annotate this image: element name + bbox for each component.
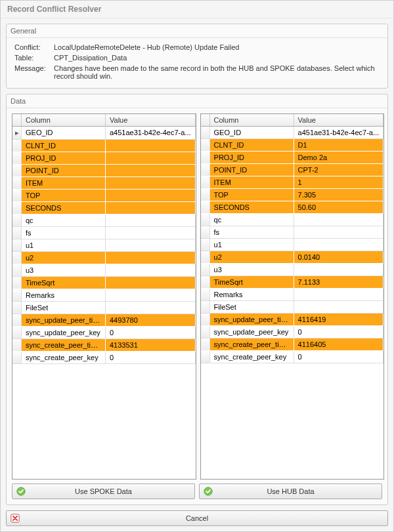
row-selector[interactable] xyxy=(201,338,210,350)
row-selector[interactable] xyxy=(12,352,22,363)
table-row[interactable]: TOP xyxy=(12,190,196,202)
row-selector[interactable] xyxy=(201,276,210,288)
hub-grid-header: Column Value xyxy=(201,114,384,127)
table-row[interactable]: ITEM xyxy=(12,177,196,190)
grids-container: Column Value ▸GEO_IDa451ae31-b42e-4ec7-a… xyxy=(12,113,382,480)
table-row[interactable]: SECONDS50.60 xyxy=(201,201,384,214)
row-selector[interactable] xyxy=(12,190,22,201)
hub-grid[interactable]: Column Value GEO_IDa451ae31-b42e-4ec7-a.… xyxy=(200,113,385,480)
use-hub-button[interactable]: Use HUB Data xyxy=(199,483,382,499)
row-selector[interactable] xyxy=(201,314,210,325)
row-selector[interactable] xyxy=(201,289,210,300)
table-row[interactable]: POINT_ID xyxy=(12,165,196,177)
row-selector[interactable] xyxy=(12,327,22,338)
row-selector[interactable] xyxy=(201,239,210,251)
table-row[interactable]: Remarks xyxy=(201,289,384,301)
table-row[interactable]: sync_create_peer_time...4133531 xyxy=(12,339,196,352)
row-selector[interactable] xyxy=(12,289,22,301)
row-selector[interactable] xyxy=(12,239,22,251)
row-selector[interactable] xyxy=(12,252,22,264)
table-row[interactable]: TimeSqrt xyxy=(12,277,196,289)
table-row[interactable]: TimeSqrt7.1133 xyxy=(201,276,384,289)
table-row[interactable]: PROJ_ID xyxy=(12,152,196,165)
table-row[interactable]: FileSet xyxy=(12,302,196,314)
table-row[interactable]: fs xyxy=(12,227,196,239)
table-row[interactable]: sync_create_peer_time...4116405 xyxy=(201,338,384,351)
table-row[interactable]: sync_update_peer_key0 xyxy=(201,326,384,338)
row-selector[interactable] xyxy=(201,251,210,263)
row-selector[interactable] xyxy=(12,314,22,326)
message-value: Changes have been made to the same recor… xyxy=(54,64,382,80)
table-row[interactable]: sync_create_peer_key0 xyxy=(201,351,384,363)
row-selector[interactable] xyxy=(201,189,210,201)
table-row[interactable]: u1 xyxy=(12,239,196,252)
table-row[interactable]: sync_create_peer_key0 xyxy=(12,352,196,364)
row-selector[interactable] xyxy=(201,164,210,176)
row-selector[interactable]: ▸ xyxy=(12,127,22,139)
row-selector[interactable] xyxy=(12,264,22,276)
row-selector[interactable] xyxy=(201,176,210,188)
table-row[interactable]: fs xyxy=(201,226,384,239)
column-cell: CLNT_ID xyxy=(210,139,294,151)
table-row[interactable]: sync_update_peer_key0 xyxy=(12,327,196,339)
table-row[interactable]: sync_update_peer_tim...4116419 xyxy=(201,314,384,326)
value-header[interactable]: Value xyxy=(294,114,384,126)
spoke-grid[interactable]: Column Value ▸GEO_IDa451ae31-b42e-4ec7-a… xyxy=(12,113,196,480)
value-header[interactable]: Value xyxy=(106,114,196,126)
general-fieldset: General Conflict: LocalUpdateRemoteDelet… xyxy=(6,24,388,89)
table-row[interactable]: GEO_IDa451ae31-b42e-4ec7-a... xyxy=(201,127,384,139)
table-row[interactable]: u2 xyxy=(12,252,196,264)
row-selector[interactable] xyxy=(12,302,22,314)
row-selector[interactable] xyxy=(201,226,210,238)
table-row[interactable]: u3 xyxy=(12,264,196,277)
row-selector[interactable] xyxy=(12,140,22,152)
table-row[interactable]: u1 xyxy=(201,239,384,251)
row-selector[interactable] xyxy=(12,202,22,214)
row-selector[interactable] xyxy=(12,277,22,289)
table-row[interactable]: ITEM1 xyxy=(201,176,384,189)
row-selector[interactable] xyxy=(201,152,210,163)
row-selector[interactable] xyxy=(201,301,210,313)
table-row[interactable]: TOP7.305 xyxy=(201,189,384,201)
cancel-row: Cancel xyxy=(1,510,393,531)
row-selector[interactable] xyxy=(201,139,210,151)
table-row[interactable]: POINT_IDCPT-2 xyxy=(201,164,384,176)
row-selector[interactable] xyxy=(201,351,210,363)
column-cell: fs xyxy=(22,227,106,239)
row-selector[interactable] xyxy=(12,227,22,239)
cancel-button[interactable]: Cancel xyxy=(6,510,388,526)
table-row[interactable]: sync_update_peer_tim...4493780 xyxy=(12,314,196,327)
table-row[interactable]: qc xyxy=(12,215,196,227)
row-selector[interactable] xyxy=(12,215,22,226)
row-selector-header xyxy=(12,114,22,126)
table-row[interactable]: CLNT_IDD1 xyxy=(201,139,384,152)
value-cell: 7.1133 xyxy=(294,276,384,288)
column-cell: CLNT_ID xyxy=(22,140,106,152)
table-row[interactable]: qc xyxy=(201,214,384,226)
row-selector[interactable] xyxy=(201,326,210,338)
column-header[interactable]: Column xyxy=(22,114,106,126)
row-selector[interactable] xyxy=(12,165,22,176)
value-cell xyxy=(106,152,196,164)
row-selector[interactable] xyxy=(201,127,210,138)
table-row[interactable]: u3 xyxy=(201,264,384,276)
use-hub-label: Use HUB Data xyxy=(267,487,314,495)
row-selector[interactable] xyxy=(201,201,210,213)
column-cell: sync_update_peer_key xyxy=(210,326,294,338)
table-row[interactable]: CLNT_ID xyxy=(12,140,196,152)
use-spoke-button[interactable]: Use SPOKE Data xyxy=(12,483,195,499)
column-cell: PROJ_ID xyxy=(210,152,294,163)
table-row[interactable]: Remarks xyxy=(12,289,196,302)
row-selector[interactable] xyxy=(12,152,22,164)
table-row[interactable]: ▸GEO_IDa451ae31-b42e-4ec7-a... xyxy=(12,127,196,140)
column-header[interactable]: Column xyxy=(210,114,294,126)
conflict-label: Conflict: xyxy=(14,43,54,51)
table-row[interactable]: PROJ_IDDemo 2a xyxy=(201,152,384,164)
table-row[interactable]: FileSet xyxy=(201,301,384,314)
row-selector[interactable] xyxy=(12,177,22,189)
row-selector[interactable] xyxy=(201,214,210,226)
row-selector[interactable] xyxy=(201,264,210,276)
table-row[interactable]: SECONDS xyxy=(12,202,196,215)
table-row[interactable]: u20.0140 xyxy=(201,251,384,264)
row-selector[interactable] xyxy=(12,339,22,351)
